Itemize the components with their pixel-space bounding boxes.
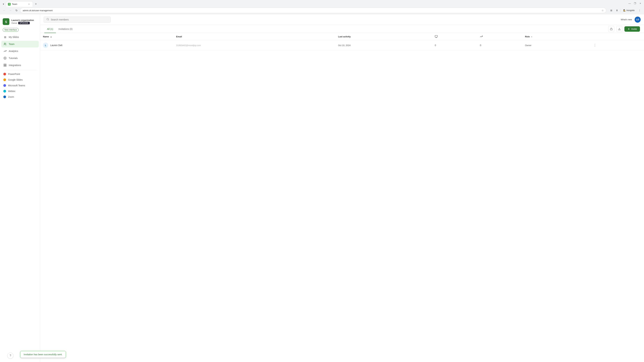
zoom-label: Zoom xyxy=(8,95,14,98)
sidebar-item-tutorials[interactable]: Tutorials xyxy=(1,55,39,61)
powerpoint-icon xyxy=(3,73,6,75)
whats-new-link[interactable]: What's new xyxy=(621,18,632,21)
reload-button[interactable]: ↻ xyxy=(14,8,19,13)
svg-marker-4 xyxy=(5,58,6,59)
search-input[interactable] xyxy=(51,18,108,21)
team-icon xyxy=(3,42,7,46)
google-slides-label: Google Slides xyxy=(8,78,23,81)
member-stat2-cell: 0 xyxy=(477,40,522,50)
menu-button[interactable]: ⋮ xyxy=(637,8,642,13)
svg-rect-11 xyxy=(610,29,612,30)
tab-title: Team xyxy=(12,3,26,5)
member-last-activity: Oct 10, 2024 xyxy=(338,44,350,46)
member-name-cell: L Lauren Deli xyxy=(40,40,174,50)
close-button[interactable]: × xyxy=(638,1,643,6)
toolbar-divider xyxy=(620,9,620,12)
integrations-label: Integrations xyxy=(9,64,21,66)
incognito-button[interactable]: 🕵 Incognito xyxy=(622,8,636,12)
sidebar-item-team[interactable]: Team xyxy=(1,41,39,47)
svg-point-2 xyxy=(4,43,5,44)
more-options-button[interactable]: ⋮ xyxy=(592,43,597,48)
tab-invitations[interactable]: Invitations (0) xyxy=(56,25,75,33)
tab-actions: Invite xyxy=(608,26,640,32)
user-avatar[interactable]: LD xyxy=(634,16,641,23)
my-slidos-icon: ⊞ xyxy=(3,35,7,39)
member-stat1-cell: 0 xyxy=(432,40,477,50)
org-role: Owner xyxy=(12,22,17,24)
member-role: Owner xyxy=(525,44,531,46)
back-button[interactable]: ← xyxy=(2,8,7,13)
download-button[interactable] xyxy=(616,26,622,32)
slido-logo: S xyxy=(3,18,10,25)
new-tab-button[interactable]: + xyxy=(34,2,38,6)
member-avatar: L xyxy=(43,42,48,48)
svg-rect-7 xyxy=(4,65,5,66)
sidebar-header: S Lauren's organization Owner UPGRADE xyxy=(0,17,40,28)
new-interface-badge[interactable]: New interface xyxy=(3,28,18,32)
svg-text:S: S xyxy=(5,20,7,24)
upgrade-button[interactable]: UPGRADE xyxy=(18,22,30,24)
webex-label: Webex xyxy=(8,90,15,92)
webex-icon xyxy=(3,90,6,92)
tab-favicon: S xyxy=(8,3,10,5)
minimize-button[interactable]: — xyxy=(627,1,632,6)
lock-button[interactable] xyxy=(608,26,614,32)
tutorials-label: Tutorials xyxy=(9,57,18,59)
search-bar[interactable] xyxy=(44,16,111,23)
tutorials-icon xyxy=(3,56,7,60)
microsoft-teams-icon xyxy=(3,84,6,87)
sidebar: S Lauren's organization Owner UPGRADE Ne… xyxy=(0,14,40,362)
top-header: What's new LD xyxy=(40,14,644,25)
help-button[interactable]: ? xyxy=(8,353,14,359)
forward-button[interactable]: → xyxy=(8,8,13,13)
invite-label: Invite xyxy=(632,28,637,30)
bookmark-icon[interactable]: ☆ xyxy=(602,9,604,12)
toast-message: Invitation has been successfully sent. xyxy=(24,353,62,356)
col-activity-chart xyxy=(477,33,522,40)
download-button[interactable]: ⬇ xyxy=(615,8,619,13)
extensions-button[interactable]: ⊞ xyxy=(609,8,614,13)
maximize-button[interactable]: ❐ xyxy=(632,1,637,6)
active-tab[interactable]: S Team × xyxy=(6,1,33,7)
member-role-cell: Owner xyxy=(522,40,590,50)
address-bar[interactable]: admin.sli.do/user-management ☆ xyxy=(20,8,606,13)
integrations-icon xyxy=(3,63,7,67)
search-icon xyxy=(46,18,49,21)
powerpoint-label: PowerPoint xyxy=(8,73,20,75)
toast-notification: Invitation has been successfully sent. xyxy=(20,351,66,358)
tab-dropdown[interactable]: ▾ xyxy=(1,2,5,6)
members-table-container: Name ▲ Email Last activity xyxy=(40,33,644,362)
content-panel: All (1) Invitations (0) xyxy=(40,25,644,362)
analytics-label: Analytics xyxy=(9,50,18,52)
svg-point-3 xyxy=(4,57,6,59)
member-name: Lauren Deli xyxy=(50,44,62,46)
my-slidos-label: My Slidos xyxy=(9,36,19,38)
sidebar-item-integrations[interactable]: Integrations xyxy=(1,62,39,68)
member-stat1: 0 xyxy=(435,44,436,46)
google-slides-icon xyxy=(3,78,6,81)
sidebar-item-analytics[interactable]: Analytics xyxy=(1,48,39,54)
col-name[interactable]: Name ▲ xyxy=(40,33,174,40)
header-right: What's new LD xyxy=(621,16,641,23)
tab-close-button[interactable]: × xyxy=(28,3,30,5)
sidebar-item-google-slides[interactable]: Google Slides xyxy=(1,77,39,82)
sidebar-item-webex[interactable]: Webex xyxy=(1,88,39,94)
col-presentations xyxy=(432,33,477,40)
sidebar-item-powerpoint[interactable]: PowerPoint xyxy=(1,71,39,77)
incognito-icon: 🕵 xyxy=(623,9,626,11)
col-role[interactable]: Role ≡ xyxy=(522,33,590,40)
team-label: Team xyxy=(9,43,14,45)
svg-rect-15 xyxy=(435,35,438,37)
analytics-icon xyxy=(3,49,7,53)
org-name: Lauren's organization xyxy=(12,19,34,21)
svg-line-10 xyxy=(48,20,49,20)
table-row: L Lauren Deli 31860d42@moodjoy.com Oct 1… xyxy=(40,40,644,50)
col-actions xyxy=(590,33,644,40)
sidebar-item-zoom[interactable]: Zoom xyxy=(1,94,39,99)
microsoft-teams-label: Microsoft Teams xyxy=(8,84,25,87)
sidebar-item-microsoft-teams[interactable]: Microsoft Teams xyxy=(1,83,39,88)
sidebar-item-my-slidos[interactable]: ⊞ My Slidos xyxy=(1,34,39,40)
col-last-activity: Last activity xyxy=(336,33,432,40)
invite-button[interactable]: Invite xyxy=(624,26,640,32)
tab-all[interactable]: All (1) xyxy=(44,25,56,33)
